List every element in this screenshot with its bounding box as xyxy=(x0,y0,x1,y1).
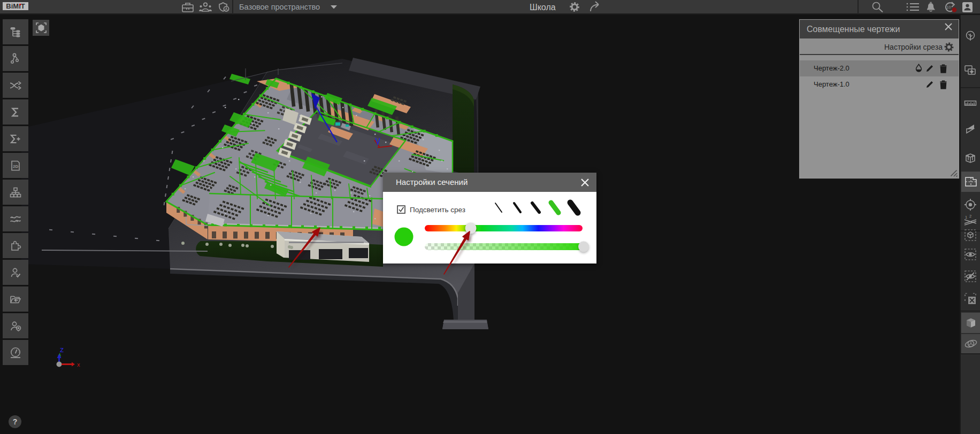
svg-text:2: 2 xyxy=(969,214,971,219)
svg-text:2D: 2D xyxy=(13,164,18,169)
svg-text:1: 1 xyxy=(965,215,967,220)
svg-text:Z: Z xyxy=(60,347,64,353)
svg-text:Подсветить срез: Подсветить срез xyxy=(410,206,465,214)
svg-text:x: x xyxy=(77,361,80,368)
